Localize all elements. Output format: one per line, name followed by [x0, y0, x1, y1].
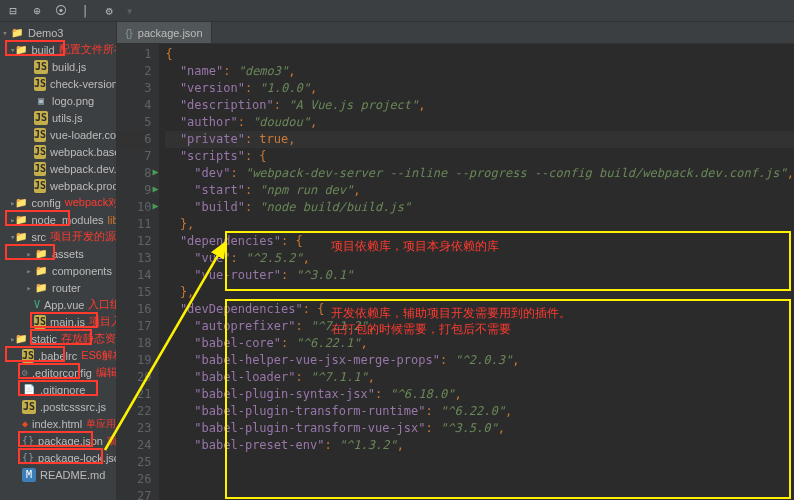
folder-icon: 📁 — [15, 213, 27, 227]
md-icon: M — [22, 468, 36, 482]
annotation-text: 单应用程序的入口页面 — [86, 417, 117, 431]
tree-file[interactable]: JSwebpack.base.conf.js — [0, 143, 116, 160]
tree-root[interactable]: ▾📁 Demo3 — [0, 24, 116, 41]
project-tree: ▾📁 Demo3 ▾📁 build 配置文件所在文件夹 JSbuild.js J… — [0, 22, 117, 500]
tree-label: .postcsssrc.js — [40, 401, 106, 413]
json-icon: {} — [125, 27, 132, 39]
tree-label: webpack.base.conf.js — [50, 146, 117, 158]
tree-label: config — [31, 197, 60, 209]
tree-file[interactable]: JSvue-loader.conf.js — [0, 126, 116, 143]
top-toolbar: ⊟ ⊕ ⦿ | ⚙ ▾ — [0, 0, 794, 22]
tree-label: index.html — [32, 418, 82, 430]
divider-icon: | — [78, 4, 92, 18]
js-icon: JS — [34, 179, 46, 193]
html-icon: ◆ — [22, 417, 28, 431]
js-icon: JS — [34, 128, 46, 142]
js-icon: JS — [34, 145, 46, 159]
tab-bar: {} package.json — [117, 22, 794, 44]
run-gutter-icon[interactable]: ▶ — [152, 183, 158, 194]
tab-package-json[interactable]: {} package.json — [117, 22, 211, 43]
tree-file[interactable]: JSutils.js — [0, 109, 116, 126]
tree-file[interactable]: JSwebpack.prod.conf.js — [0, 177, 116, 194]
tree-file[interactable]: JScheck-versions.js — [0, 75, 116, 92]
tree-label: Demo3 — [28, 27, 63, 39]
tree-file[interactable]: JSwebpack.dev.conf.js — [0, 160, 116, 177]
js-icon: JS — [34, 60, 48, 74]
tree-folder-static[interactable]: ▸📁static存放静态资源 — [0, 330, 116, 347]
tree-label: .gitignore — [40, 384, 85, 396]
gear-icon: ⚙ — [22, 366, 28, 380]
tree-label: App.vue — [44, 299, 84, 311]
annotation-text: ES6解析的配置文件 — [81, 348, 117, 363]
gutter: 1 2 3 4 5 6 7 8 9 10 11 12 13 14 15 16 1 — [117, 44, 159, 500]
folder-icon: 📁 — [15, 230, 27, 244]
annotation-text: webpack对应的配置 — [65, 195, 118, 210]
tree-label: logo.png — [52, 95, 94, 107]
tree-folder[interactable]: ▸📁assets — [0, 245, 116, 262]
tree-folder[interactable]: ▸📁router — [0, 279, 116, 296]
expand-icon[interactable]: ⊕ — [30, 4, 44, 18]
gear-icon[interactable]: ⚙ — [102, 4, 116, 18]
tree-file[interactable]: ◆index.html单应用程序的入口页面 — [0, 415, 116, 432]
tree-file-main-js[interactable]: JSmain.js项目入口文件 — [0, 313, 116, 330]
annotation-text: 项目开发的源码 — [50, 229, 117, 244]
folder-icon: 📁 — [15, 196, 27, 210]
annotation-text: 项目入口文件 — [89, 314, 118, 329]
tree-file[interactable]: ▣logo.png — [0, 92, 116, 109]
tree-label: .editorconfig — [32, 367, 92, 379]
code-area[interactable]: { "name": "demo3", "version": "1.0.0", "… — [159, 44, 794, 500]
file-icon: 📄 — [22, 383, 36, 397]
tree-label: static — [31, 333, 57, 345]
js-icon: JS — [34, 111, 48, 125]
js-icon: JS — [22, 349, 34, 363]
tree-file[interactable]: JS.babelrcES6解析的配置文件 — [0, 347, 116, 364]
library-tag: library root — [108, 214, 118, 226]
annotation-text: 入口组件 — [88, 297, 117, 312]
tree-file[interactable]: 📄.gitignore — [0, 381, 116, 398]
image-icon: ▣ — [34, 94, 48, 108]
annotation-text: 存放静态资源 — [61, 331, 117, 346]
vue-icon: V — [34, 298, 40, 312]
js-icon: JS — [22, 400, 36, 414]
run-gutter-icon[interactable]: ▶ — [152, 166, 158, 177]
tree-folder[interactable]: ▸📁components — [0, 262, 116, 279]
tree-folder-node-modules[interactable]: ▸📁node_moduleslibrary root — [0, 211, 116, 228]
tree-file[interactable]: MREADME.md — [0, 466, 116, 483]
tree-label: vue-loader.conf.js — [50, 129, 117, 141]
tree-label: node_modules — [31, 214, 103, 226]
tree-label: README.md — [40, 469, 105, 481]
tree-folder-build[interactable]: ▾📁 build 配置文件所在文件夹 — [0, 41, 116, 58]
tree-file-app-vue[interactable]: VApp.vue入口组件 — [0, 296, 116, 313]
tree-label: webpack.dev.conf.js — [50, 163, 117, 175]
js-icon: JS — [34, 77, 46, 91]
tab-label: package.json — [138, 27, 203, 39]
chevron-down-icon[interactable]: ▾ — [126, 4, 133, 18]
tree-folder-src[interactable]: ▾📁src项目开发的源码 — [0, 228, 116, 245]
tree-label: components — [52, 265, 112, 277]
tree-file[interactable]: JS.postcsssrc.js — [0, 398, 116, 415]
tree-label: main.js — [50, 316, 85, 328]
tree-file-package-json[interactable]: {}package.json项目的基本配置信息 — [0, 432, 116, 449]
annotation-devdeps-1: 开发依赖库，辅助项目开发需要用到的插件。 — [331, 305, 571, 322]
code-editor[interactable]: 1 2 3 4 5 6 7 8 9 10 11 12 13 14 15 16 1 — [117, 44, 794, 500]
tree-file[interactable]: ⚙.editorconfig编辑器配置 — [0, 364, 116, 381]
json-icon: {} — [22, 434, 34, 448]
js-icon: JS — [34, 315, 46, 329]
run-gutter-icon[interactable]: ▶ — [152, 200, 158, 211]
folder-icon: 📁 — [34, 247, 48, 261]
js-icon: JS — [34, 162, 46, 176]
json-icon: {} — [22, 451, 34, 465]
target-icon[interactable]: ⦿ — [54, 4, 68, 18]
tree-file[interactable]: {}package-lock.json — [0, 449, 116, 466]
tree-folder-config[interactable]: ▸📁configwebpack对应的配置 — [0, 194, 116, 211]
tree-label: utils.js — [52, 112, 83, 124]
tree-label: package.json — [38, 435, 103, 447]
folder-icon: 📁 — [15, 43, 27, 57]
folder-icon: 📁 — [10, 26, 24, 40]
annotation-devdeps-2: 在打包的时候需要，打包后不需要 — [331, 321, 511, 338]
tree-file[interactable]: JSbuild.js — [0, 58, 116, 75]
tree-label: src — [31, 231, 46, 243]
annotation-text: 配置文件所在文件夹 — [59, 42, 118, 57]
tree-label: .babelrc — [38, 350, 77, 362]
collapse-icon[interactable]: ⊟ — [6, 4, 20, 18]
